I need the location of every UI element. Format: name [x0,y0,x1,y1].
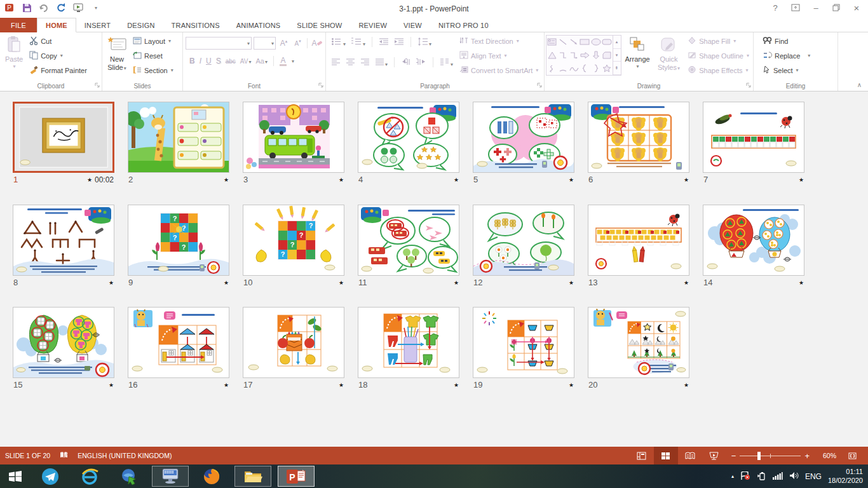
spellcheck-icon[interactable] [59,451,69,461]
taskbar-clock[interactable]: 01:1118/02/2020 [828,468,863,485]
slide-sorter-view-button[interactable] [654,447,678,464]
align-right-button[interactable] [360,58,370,67]
slide-show-button[interactable] [702,447,726,464]
character-spacing-button[interactable]: AV▾ [240,58,252,65]
slide-thumbnail-16[interactable] [128,307,229,378]
columns-button[interactable]: ▾ [440,58,453,67]
close-button[interactable]: × [848,1,865,14]
power-icon[interactable] [757,471,766,482]
shapes-scroll-down-icon[interactable]: ▾ [613,49,621,62]
taskbar-idm-icon[interactable] [116,464,142,488]
shapes-scroll-up-icon[interactable]: ▴ [613,36,621,49]
shape-right-arrow-icon[interactable] [580,49,590,62]
action-center-icon[interactable] [740,471,750,482]
shapes-gallery[interactable]: ▴ ▾ ⇟ [546,35,621,76]
decrease-indent-button[interactable] [379,37,389,47]
font-color-button[interactable]: A [280,57,287,66]
shape-textbox-icon[interactable] [546,36,557,49]
shape-left-brace-icon[interactable] [580,62,590,75]
slide-thumbnail-11[interactable] [358,205,459,276]
slide-thumbnail-2[interactable] [128,102,229,173]
reset-button[interactable]: Reset [130,48,176,63]
language-indicator[interactable]: ENGLISH (UNITED KINGDOM) [78,452,172,459]
underline-button[interactable]: U [206,57,212,65]
layout-button[interactable]: Layout ▾ [130,34,176,48]
slide-thumbnail-1[interactable] [13,102,114,173]
increase-indent-button[interactable] [394,37,404,47]
taskbar-powerpoint-icon[interactable]: P [278,466,315,487]
collapse-ribbon-button[interactable]: ∧ [857,81,862,88]
shape-right-brace-icon[interactable] [590,62,601,75]
tab-animations[interactable]: ANIMATIONS [228,18,289,32]
change-case-button[interactable]: Aa▾ [255,57,267,65]
tab-slide-show[interactable]: SLIDE SHOW [288,18,350,32]
shapes-more-icon[interactable]: ⇟ [613,62,621,75]
font-name-combo[interactable]: ▾ [186,37,252,50]
line-spacing-button[interactable]: ▾ [417,37,431,47]
shape-oval-icon[interactable] [590,36,601,49]
paste-button[interactable]: Paste ▾ [1,34,27,79]
shape-down-arrow-icon[interactable] [590,49,601,62]
shape-curve-icon[interactable] [569,62,580,75]
right-to-left-button[interactable] [416,58,426,67]
shape-rectangle-icon[interactable] [580,36,590,49]
restore-button[interactable] [827,1,845,14]
zoom-slider[interactable] [740,456,801,456]
paragraph-dialog-launcher-icon[interactable] [537,81,542,89]
taskbar-file-explorer-icon[interactable] [234,466,271,487]
tab-view[interactable]: VIEW [395,18,430,32]
drawing-dialog-launcher-icon[interactable] [746,81,751,89]
replace-button[interactable]: Replace ▾ [760,48,836,63]
ribbon-display-options-button[interactable] [787,1,804,14]
italic-button[interactable]: I [200,57,201,65]
slide-sorter-area[interactable]: 1★00:02 2★ [0,92,868,447]
taskbar-internet-explorer-icon[interactable] [77,464,102,488]
shape-arc-icon[interactable] [557,62,568,75]
new-slide-button[interactable]: New Slide▾ [104,34,130,79]
language-bar[interactable]: ENG [805,472,822,481]
tab-review[interactable]: REVIEW [350,18,395,32]
slide-thumbnail-7[interactable] [703,102,804,173]
shape-outline-button[interactable]: Shape Outline▾ [685,48,752,63]
font-dialog-launcher-icon[interactable] [318,81,323,89]
shape-fill-button[interactable]: Shape Fill▾ [685,34,752,48]
slide-thumbnail-5[interactable] [473,102,574,173]
arrange-button[interactable]: Arrange ▾ [621,34,654,79]
shape-arrow-icon[interactable] [569,36,580,49]
find-button[interactable]: Find [760,34,836,48]
slide-thumbnail-14[interactable] [703,205,804,276]
align-text-button[interactable]: Align Text▾ [457,48,541,63]
shape-triangle-icon[interactable] [546,49,557,62]
justify-button[interactable]: ▾ [375,58,388,67]
tab-design[interactable]: DESIGN [119,18,163,32]
shape-elbow-arrow-icon[interactable] [569,49,580,62]
format-painter-button[interactable]: Format Painter [27,63,90,78]
slide-counter[interactable]: SLIDE 1 OF 20 [5,452,50,459]
text-direction-button[interactable]: Text Direction▾ [457,34,541,48]
shape-rounded-rectangle-icon[interactable] [601,36,612,49]
show-hidden-icons-button[interactable]: ▴ [731,473,734,479]
align-center-button[interactable] [346,58,355,67]
convert-to-smartart-button[interactable]: Convert to SmartArt▾ [457,63,541,78]
slide-thumbnail-4[interactable] [358,102,459,173]
bold-button[interactable]: B [189,57,195,65]
select-button[interactable]: Select ▾ [760,63,836,78]
taskbar-telegram-icon[interactable] [37,464,63,488]
bullets-button[interactable]: ▾ [331,37,346,47]
slide-thumbnail-15[interactable] [13,307,114,378]
align-left-button[interactable] [331,58,341,67]
network-signal-icon[interactable] [772,471,783,481]
quick-styles-button[interactable]: Quick Styles▾ [654,34,684,79]
minimize-button[interactable]: – [807,1,825,14]
zoom-out-button[interactable]: − [731,451,736,461]
clear-formatting-button[interactable]: A [311,37,323,50]
left-to-right-button[interactable] [401,58,411,67]
tab-nitro-pro[interactable]: NITRO PRO 10 [430,18,497,32]
tab-insert[interactable]: INSERT [76,18,119,32]
slide-thumbnail-19[interactable] [473,307,574,378]
cut-button[interactable]: Cut [27,34,90,48]
shape-star-icon[interactable] [601,62,612,75]
shape-snip-corner-icon[interactable] [601,49,612,62]
slide-thumbnail-18[interactable] [358,307,459,378]
tab-home[interactable]: HOME [37,18,76,32]
